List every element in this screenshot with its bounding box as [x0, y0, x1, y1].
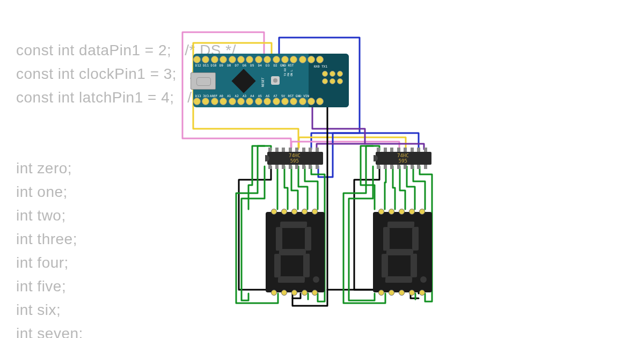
pin-row-top[interactable]: [193, 56, 325, 63]
shift-register-1[interactable]: 74HC595: [263, 148, 327, 169]
chip-label: 74HC: [289, 153, 301, 158]
arduino-nano[interactable]: RESET TX RX PW ON L RX0 TX1 D12D11D10D9D…: [193, 54, 349, 107]
chip-label: 595: [290, 158, 299, 164]
seven-segment-1[interactable]: [266, 212, 325, 292]
reset-label: RESET: [261, 77, 265, 87]
pin-labels-bottom: D133V3AREFA0A1A2A3A4A5A6A75VRSTGNDVIN: [194, 94, 310, 98]
mcu-chip-icon: [231, 69, 255, 93]
pin-labels-top: D12D11D10D9D8D7D6D5D4D3D2GNDRST: [194, 63, 295, 67]
rxtx-label: RX0 TX1: [314, 64, 327, 68]
reset-button[interactable]: [271, 76, 280, 85]
usb-port-icon: [191, 72, 216, 90]
icsp-header: [322, 71, 343, 90]
chip-label: 74HC: [397, 153, 409, 158]
chip-label: 595: [399, 158, 407, 164]
seven-segment-2[interactable]: [373, 212, 432, 292]
shift-register-2[interactable]: 74HC595: [371, 148, 436, 169]
circuit-canvas[interactable]: RESET TX RX PW ON L RX0 TX1 D12D11D10D9D…: [0, 0, 644, 338]
led-labels: TX RX PW ON L: [283, 68, 293, 76]
pin-row-bottom[interactable]: [193, 98, 325, 105]
